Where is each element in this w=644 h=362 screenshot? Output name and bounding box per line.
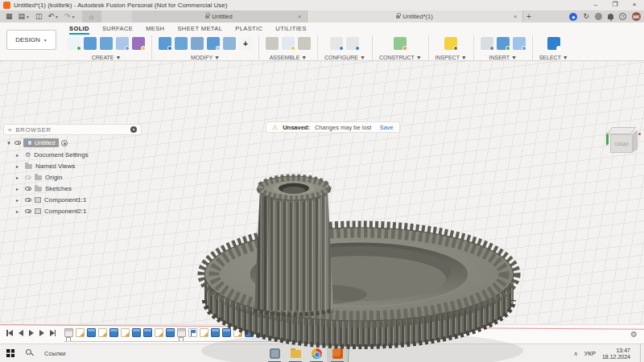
home-icon[interactable]: ⌂ (82, 10, 101, 23)
workspace-switcher[interactable]: DESIGN▼ (6, 30, 56, 50)
extensions-icon[interactable]: ◆ (569, 13, 577, 21)
form-icon[interactable] (132, 37, 145, 50)
visibility-eye-icon[interactable] (25, 175, 31, 179)
ribbon-tab-utilities[interactable]: UTILITIES (275, 25, 307, 34)
revolve-icon[interactable] (100, 37, 113, 50)
expand-arrow-icon[interactable]: ▼ (6, 141, 12, 146)
start-button[interactable] (6, 349, 14, 357)
visibility-eye-icon[interactable] (14, 141, 21, 145)
joint-origin-icon[interactable] (298, 37, 311, 50)
timeline-feature-sketch[interactable] (76, 328, 85, 337)
search-icon[interactable] (26, 349, 31, 355)
joint-icon[interactable] (266, 37, 279, 50)
root-document-chip[interactable]: Untitled (23, 138, 59, 147)
browser-item-origin[interactable]: ▸Origin (16, 174, 142, 181)
timeline-feature-extrude[interactable] (132, 328, 141, 337)
configure-icon[interactable] (330, 37, 343, 50)
expand-arrow-icon[interactable]: ▸ (16, 197, 22, 203)
construction-plane-icon[interactable] (394, 37, 407, 50)
gear-assembly-model[interactable] (193, 158, 531, 362)
browser-item-named-views[interactable]: ▸Named Views (16, 162, 142, 170)
sweep-icon[interactable] (116, 37, 129, 50)
timeline-feature-sketch[interactable] (121, 328, 130, 337)
viewport-canvas[interactable]: ⚠ Unsaved: Changes may be lost Save « BR… (0, 61, 644, 324)
timeline-feature-sketch[interactable] (155, 328, 163, 337)
go-to-start-button[interactable] (6, 330, 13, 336)
insert-derive-icon[interactable] (481, 37, 493, 50)
browser-item-component1-1[interactable]: ▸Component1:1 (16, 196, 142, 204)
new-tab-button[interactable]: + (523, 10, 535, 23)
show-desktop-button[interactable] (640, 344, 641, 362)
app-grid-icon[interactable]: ▦ (6, 10, 13, 23)
step-back-button[interactable] (19, 330, 23, 336)
viewcube-side-face[interactable] (633, 130, 638, 152)
timeline-feature-sketch[interactable] (98, 328, 107, 337)
notifications-icon[interactable] (608, 14, 613, 19)
step-forward-button[interactable] (39, 330, 44, 336)
document-tab-0[interactable]: Untitled× (132, 10, 308, 23)
group-label-assemble[interactable]: ASSEMBLE ▼ (270, 55, 308, 60)
redo-icon[interactable]: ↷ (64, 10, 71, 23)
viewcube-top-face[interactable] (606, 127, 636, 134)
ribbon-tab-solid[interactable]: SOLID (69, 25, 89, 34)
file-icon[interactable]: ▤ (19, 10, 26, 23)
expand-arrow-icon[interactable]: ▸ (16, 208, 22, 214)
ribbon-tab-plastic[interactable]: PLASTIC (235, 25, 262, 34)
split-body-icon[interactable] (223, 37, 236, 50)
timeline-settings-icon[interactable]: ⚙ (630, 330, 638, 339)
browser-options-icon[interactable] (130, 126, 137, 133)
measure-icon[interactable] (444, 37, 457, 50)
undo-icon[interactable]: ↶ (48, 10, 55, 23)
language-indicator[interactable]: УКР (584, 350, 596, 357)
ribbon-tab-surface[interactable]: SURFACE (102, 25, 133, 34)
timeline-feature-extrude[interactable] (109, 328, 118, 337)
combine-icon[interactable] (207, 37, 220, 50)
save-button[interactable]: Save (379, 124, 393, 131)
fillet-icon[interactable] (175, 37, 188, 50)
browser-item-sketches[interactable]: ▸Sketches (16, 185, 142, 192)
help-icon[interactable]: ? (619, 13, 626, 20)
minimize-button[interactable]: – (586, 0, 605, 10)
create-sketch-icon[interactable] (68, 37, 80, 50)
timeline-feature-group[interactable] (64, 328, 73, 337)
close-icon[interactable]: × (298, 13, 302, 20)
go-to-end-button[interactable] (50, 330, 56, 336)
ribbon-tab-mesh[interactable]: MESH (146, 25, 164, 34)
collapse-panel-icon[interactable]: « (8, 126, 11, 134)
browser-root-row[interactable]: ▼ Untitled (6, 138, 142, 147)
group-label-insert[interactable]: INSERT ▼ (489, 55, 517, 60)
expand-arrow-icon[interactable]: ▸ (16, 175, 22, 180)
tray-expand-icon[interactable]: ∧ (574, 351, 578, 357)
expand-arrow-icon[interactable]: ▸ (16, 163, 22, 169)
document-tab-1[interactable]: Untitled*(1)× (308, 10, 523, 23)
group-label-select[interactable]: SELECT ▼ (539, 55, 568, 60)
group-label-modify[interactable]: MODIFY ▼ (191, 55, 220, 60)
sync-icon[interactable]: ↻ (583, 10, 589, 23)
visibility-eye-icon[interactable] (25, 209, 31, 213)
browser-item-component2-1[interactable]: ▸Component2:1 (16, 208, 142, 215)
extrude-icon[interactable] (84, 37, 97, 50)
browser-item-document-settings[interactable]: ▸⚙Document Settings (16, 151, 142, 158)
avatar[interactable]: MK (632, 12, 641, 21)
save-icon[interactable]: ◫ (35, 10, 43, 23)
view-cube[interactable]: СЗАДИ (605, 125, 641, 156)
clock[interactable]: 13:47 18.12.2024 (602, 348, 630, 360)
group-label-inspect[interactable]: INSPECT ▼ (436, 55, 467, 60)
ribbon-tab-sheet-metal[interactable]: SHEET METAL (177, 25, 222, 34)
browser-header[interactable]: « BROWSER (3, 124, 142, 135)
shell-icon[interactable] (191, 37, 204, 50)
timeline-feature-extrude[interactable] (166, 328, 175, 337)
group-label-create[interactable]: CREATE ▼ (92, 55, 122, 60)
close-icon[interactable]: × (514, 13, 518, 20)
group-label-construct[interactable]: CONSTRUCT ▼ (379, 55, 422, 60)
visibility-eye-icon[interactable] (25, 187, 31, 191)
insert-mcmaster-icon[interactable] (497, 37, 510, 50)
maximize-button[interactable]: ❐ (605, 0, 625, 10)
move-copy-icon[interactable]: + (239, 37, 252, 50)
expand-arrow-icon[interactable]: ▸ (16, 186, 22, 191)
select-icon[interactable] (547, 37, 560, 50)
timeline-feature-extrude[interactable] (87, 328, 96, 337)
press-pull-icon[interactable] (159, 37, 171, 50)
play-button[interactable] (29, 330, 34, 336)
timeline-feature-extrude[interactable] (143, 328, 152, 337)
